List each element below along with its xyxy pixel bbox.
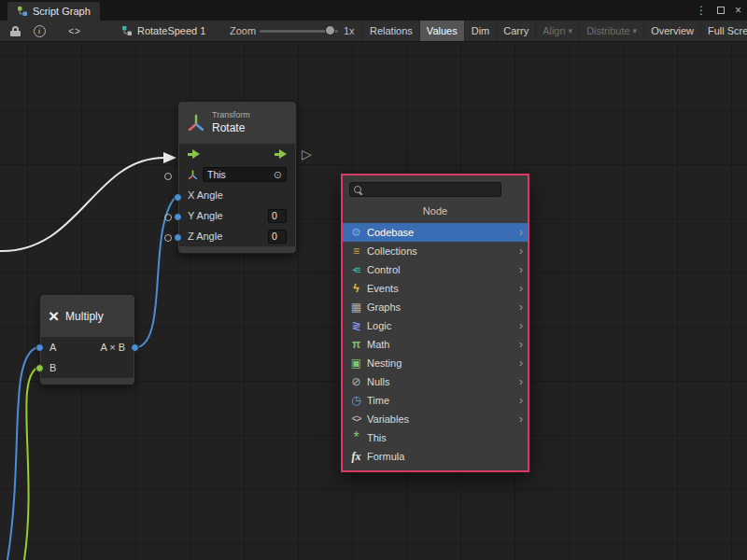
finder-item-label: Control	[367, 264, 400, 275]
y-angle-row: Y Angle	[179, 205, 295, 226]
graph-breadcrumb[interactable]: RotateSpeed 1	[121, 21, 205, 41]
chevron-right-icon: ›	[519, 394, 523, 407]
graph-toolbar: i <> RotateSpeed 1 Zoom 1x Relations Val…	[0, 21, 747, 42]
finder-item-nesting[interactable]: ▣ Nesting ›	[343, 354, 528, 372]
script-graph-icon	[17, 6, 28, 17]
chevron-right-icon: ›	[519, 282, 523, 295]
output-port[interactable]	[131, 343, 139, 352]
codebase-icon: ⚙	[349, 227, 363, 238]
node-footer	[178, 246, 296, 253]
window-restore-icon[interactable]	[717, 5, 725, 16]
caret-down-icon: ▾	[633, 26, 638, 35]
finder-item-label: Formula	[367, 451, 404, 462]
distribute-button[interactable]: Distribute ▾	[579, 21, 643, 41]
values-button[interactable]: Values	[419, 21, 464, 41]
toolbar-button-group: Relations Values Dim Carry Align ▾ Distr…	[362, 21, 747, 41]
search-icon	[354, 186, 362, 194]
wire-control-in[interactable]	[0, 158, 164, 251]
fullscreen-button[interactable]: Full Screen	[700, 21, 747, 41]
fuzzy-finder-popup: Node ⚙ Codebase › ≡ Collections › ⋔ Cont…	[341, 174, 529, 472]
chevron-right-icon: ›	[519, 413, 523, 426]
transform-icon	[187, 114, 205, 133]
input-a-row: A A × B	[41, 337, 134, 357]
zoom-value: 1x	[344, 25, 355, 36]
rotate-node[interactable]: Transform Rotate This	[177, 101, 297, 254]
input-a-port[interactable]	[35, 343, 44, 352]
node-title: Rotate	[212, 121, 250, 135]
rotate-node-header[interactable]: Transform Rotate	[178, 102, 296, 144]
dim-button[interactable]: Dim	[464, 21, 497, 41]
align-button[interactable]: Align ▾	[535, 21, 579, 41]
finder-search[interactable]	[349, 182, 501, 197]
y-angle-input[interactable]	[268, 209, 287, 223]
graph-asset-icon	[121, 25, 133, 36]
chevron-right-icon: ›	[519, 301, 523, 314]
input-b-port[interactable]	[35, 364, 44, 372]
graph-breadcrumb-label: RotateSpeed 1	[137, 25, 205, 36]
object-picker-icon[interactable]: ⊙	[274, 169, 282, 181]
math-icon: π	[349, 339, 363, 350]
finder-item-time[interactable]: ◷ Time ›	[343, 391, 528, 410]
wire-to-multiply-b[interactable]	[24, 368, 37, 560]
zoom-slider[interactable]	[260, 21, 338, 41]
multiply-node-header[interactable]: × Multiply	[40, 295, 134, 337]
menu-kebab-icon[interactable]: ⋮	[696, 5, 707, 16]
chevron-right-icon: ›	[519, 375, 523, 388]
z-angle-input[interactable]	[268, 230, 287, 244]
control-ports-row	[179, 144, 295, 164]
carry-button[interactable]: Carry	[496, 21, 535, 41]
overview-button[interactable]: Overview	[643, 21, 700, 41]
graph-canvas[interactable]: Transform Rotate This	[0, 42, 747, 560]
finder-item-label: Nulls	[367, 376, 389, 387]
finder-item-events[interactable]: ϟ Events ›	[343, 279, 528, 298]
z-angle-port[interactable]	[174, 233, 182, 242]
this-port[interactable]	[164, 173, 172, 180]
chevron-right-icon: ›	[519, 245, 523, 258]
this-field-value: This	[207, 169, 226, 180]
relations-button[interactable]: Relations	[362, 21, 419, 41]
control-output-icon[interactable]	[275, 149, 287, 159]
finder-item-label: Graphs	[367, 301, 401, 313]
nesting-icon: ▣	[349, 357, 363, 369]
chevron-right-icon: ›	[519, 263, 523, 276]
finder-item-control[interactable]: ⋔ Control ›	[343, 260, 528, 279]
zoom-slider-thumb[interactable]	[325, 25, 335, 35]
finder-item-label: This	[367, 432, 387, 443]
finder-item-label: Logic	[367, 320, 391, 331]
time-icon: ◷	[349, 395, 363, 406]
finder-item-logic[interactable]: ≷ Logic ›	[343, 316, 528, 335]
finder-item-this[interactable]: * This	[343, 428, 528, 447]
z-angle-label: Z Angle	[188, 231, 222, 242]
node-category: Transform	[212, 110, 250, 120]
code-view-button[interactable]: <>	[60, 21, 90, 41]
y-angle-outer-port[interactable]	[164, 214, 172, 221]
z-angle-outer-port[interactable]	[164, 234, 172, 242]
graphs-icon: ▦	[349, 301, 363, 313]
node-footer	[40, 378, 134, 385]
control-input-icon[interactable]	[188, 149, 200, 159]
info-button[interactable]: i	[28, 21, 50, 41]
multiply-node[interactable]: × Multiply A A × B B	[39, 294, 135, 385]
x-angle-port[interactable]	[174, 193, 182, 202]
finder-item-codebase[interactable]: ⚙ Codebase ›	[343, 223, 528, 242]
y-angle-port[interactable]	[174, 213, 182, 221]
finder-item-nulls[interactable]: ⊘ Nulls ›	[343, 372, 528, 391]
lock-button[interactable]	[4, 21, 26, 41]
search-input[interactable]	[366, 184, 497, 195]
close-icon[interactable]: ×	[735, 5, 741, 16]
control-output-hint-icon: ▷	[302, 147, 312, 161]
finder-item-graphs[interactable]: ▦ Graphs ›	[343, 298, 528, 316]
multiply-node-body: A A × B B	[41, 337, 134, 378]
finder-item-label: Time	[367, 395, 389, 406]
finder-item-collections[interactable]: ≡ Collections ›	[343, 242, 528, 260]
unity-script-graph-window: Script Graph ⋮ × i <> RotateSpeed 1 Zoom	[0, 0, 747, 560]
finder-item-variables[interactable]: <> Variables ›	[343, 410, 528, 428]
finder-item-math[interactable]: π Math ›	[343, 335, 528, 354]
node-title: Multiply	[65, 310, 104, 323]
this-object-field[interactable]: This ⊙	[203, 167, 287, 182]
chevron-right-icon: ›	[519, 319, 523, 332]
this-port-row: This ⊙	[179, 164, 295, 185]
wire-to-multiply-a[interactable]	[7, 347, 37, 560]
tab-script-graph[interactable]: Script Graph	[7, 2, 100, 21]
finder-item-formula[interactable]: fx Formula	[343, 447, 528, 466]
